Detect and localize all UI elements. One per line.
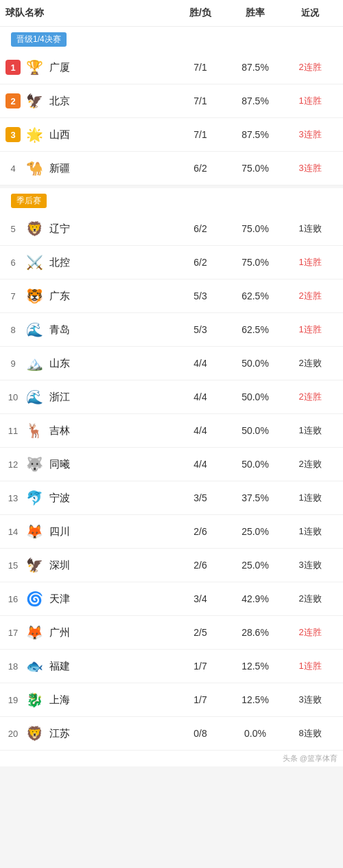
recent-form: 2连败 [283,458,338,470]
team-logo: 🌊 [23,386,45,408]
table-row: 10🌊浙江4/450.0%2连胜 [0,380,343,414]
team-cell: 4🐪新疆 [5,157,173,179]
win-pct: 62.5% [228,324,283,335]
team-name: 广厦 [49,61,70,74]
team-name: 广东 [49,290,70,303]
team-logo: 🐟 [23,655,45,677]
win-pct: 42.9% [228,593,283,604]
table-row: 3🌟山西7/187.5%3连胜 [0,118,343,152]
recent-form: 1连败 [283,222,338,235]
win-loss: 2/6 [173,560,228,571]
team-name: 山西 [49,128,70,141]
win-loss: 5/3 [173,324,228,335]
rank-number: 16 [5,594,21,604]
rank-number: 13 [5,493,21,503]
win-pct: 75.0% [228,223,283,234]
team-logo: 🐬 [23,487,45,509]
win-loss: 3/5 [173,492,228,503]
header-wl: 胜/负 [173,7,228,19]
win-loss: 0/8 [173,728,228,739]
team-cell: 16🌀天津 [5,588,173,610]
team-cell: 11🦌吉林 [5,420,173,442]
table-row: 12🐺同曦4/450.0%2连败 [0,448,343,481]
team-name: 四川 [49,525,70,538]
team-cell: 1🏆广厦 [5,56,173,78]
team-cell: 5🦁辽宁 [5,218,173,240]
win-pct: 75.0% [228,163,283,174]
table-row: 6⚔️北控6/275.0%1连胜 [0,246,343,279]
team-logo: 🌀 [23,588,45,610]
team-name: 新疆 [49,162,70,175]
win-pct: 75.0% [228,257,283,268]
recent-form: 1连胜 [283,95,338,107]
rank-badge: 2 [5,93,21,108]
team-cell: 19🐉上海 [5,689,173,711]
win-pct: 50.0% [228,391,283,402]
section-label-1: 季后赛 [11,194,47,208]
win-loss: 4/4 [173,425,228,436]
team-logo: 🦁 [23,722,45,744]
table-row: 9🏔️山东4/450.0%2连败 [0,347,343,380]
team-cell: 10🌊浙江 [5,386,173,408]
recent-form: 3连胜 [283,162,338,174]
win-pct: 87.5% [228,129,283,140]
win-pct: 12.5% [228,694,283,705]
table-row: 5🦁辽宁6/275.0%1连败 [0,212,343,246]
win-pct: 0.0% [228,728,283,739]
recent-form: 3连胜 [283,128,338,141]
team-cell: 18🐟福建 [5,655,173,677]
section-label-0: 晋级1/4决赛 [11,32,67,47]
recent-form: 1连胜 [283,323,338,336]
team-logo: 🦅 [23,90,45,112]
rank-number: 6 [5,258,21,268]
win-pct: 62.5% [228,290,283,301]
team-name: 浙江 [49,391,70,404]
team-cell: 15🦅深圳 [5,554,173,576]
win-pct: 50.0% [228,425,283,436]
team-cell: 3🌟山西 [5,124,173,146]
recent-form: 1连败 [283,492,338,504]
rank-number: 19 [5,695,21,705]
win-loss: 2/6 [173,526,228,537]
win-loss: 3/4 [173,593,228,604]
standings-table: 球队名称 胜/负 胜率 近况 晋级1/4决赛1🏆广厦7/187.5%2连胜2🦅北… [0,0,343,766]
table-row: 14🦊四川2/625.0%1连败 [0,515,343,549]
win-pct: 25.0% [228,526,283,537]
win-loss: 7/1 [173,62,228,73]
header-team: 球队名称 [5,7,173,19]
team-name: 北控 [49,256,70,269]
header-recent: 近况 [283,7,338,19]
team-cell: 20🦁江苏 [5,722,173,744]
table-row: 15🦅深圳2/625.0%3连败 [0,549,343,582]
table-row: 1🏆广厦7/187.5%2连胜 [0,51,343,84]
table-row: 2🦅北京7/187.5%1连胜 [0,84,343,118]
rank-number: 9 [5,358,21,369]
rank-badge: 1 [5,60,21,75]
team-name: 北京 [49,95,70,108]
team-logo: 🦌 [23,420,45,442]
team-cell: 9🏔️山东 [5,352,173,374]
rank-number: 11 [5,426,21,436]
recent-form: 2连胜 [283,290,338,302]
team-cell: 17🦊广州 [5,621,173,643]
table-row: 4🐪新疆6/275.0%3连胜 [0,152,343,185]
win-pct: 37.5% [228,492,283,503]
win-pct: 28.6% [228,627,283,638]
team-name: 同曦 [49,458,70,471]
rank-number: 8 [5,325,21,335]
team-name: 上海 [49,694,70,707]
team-cell: 8🌊青岛 [5,319,173,341]
rank-number: 17 [5,628,21,638]
team-logo: 🦊 [23,621,45,643]
team-logo: 🌟 [23,124,45,146]
team-name: 吉林 [49,424,70,437]
win-loss: 1/7 [173,694,228,705]
rank-number: 12 [5,459,21,470]
win-loss: 4/4 [173,459,228,470]
team-logo: ⚔️ [23,251,45,273]
recent-form: 1连胜 [283,660,338,672]
recent-form: 2连败 [283,593,338,605]
recent-form: 8连败 [283,727,338,740]
team-logo: 🐯 [23,285,45,307]
sections-container: 晋级1/4决赛1🏆广厦7/187.5%2连胜2🦅北京7/187.5%1连胜3🌟山… [0,27,343,751]
